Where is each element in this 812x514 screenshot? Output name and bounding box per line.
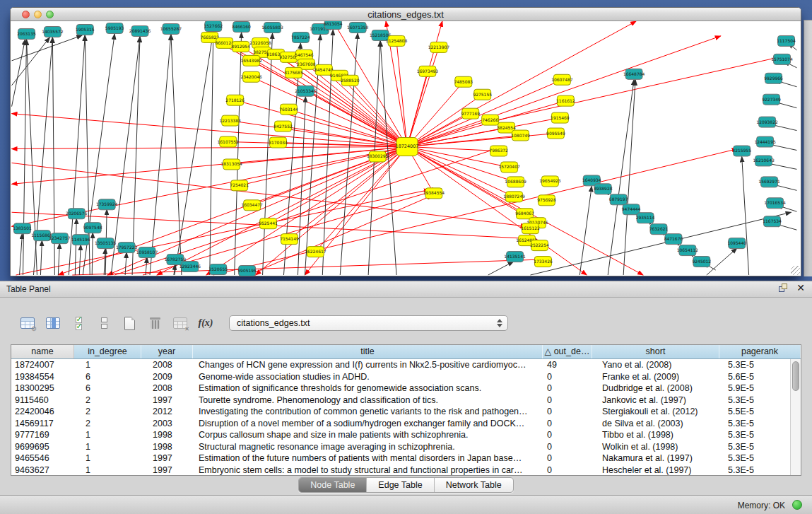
graph-node[interactable]: 746266: [482, 115, 499, 125]
table-settings-icon[interactable]: ⚙: [17, 313, 38, 333]
graph-node[interactable]: 3175685: [284, 67, 303, 78]
graph-node[interactable]: 18807249: [503, 192, 525, 202]
graph-node[interactable]: 16071358: [347, 22, 369, 33]
graph-node[interactable]: 9227349: [762, 94, 781, 105]
window-resize-grip[interactable]: [791, 266, 800, 275]
graph-node[interactable]: 2520655: [208, 264, 228, 275]
function-builder-icon[interactable]: f(x): [195, 313, 216, 333]
column-header-6[interactable]: pagerank: [719, 345, 801, 358]
graph-node[interactable]: 16034477: [241, 200, 263, 211]
graph-node[interactable]: 2588520: [341, 75, 360, 86]
graph-node[interactable]: 8471676: [664, 234, 683, 245]
table-row[interactable]: 2242004622012Investigating the contribut…: [11, 406, 790, 418]
graph-node[interactable]: 12213383: [219, 115, 241, 126]
graph-node[interactable]: 14035572: [42, 26, 64, 37]
graph-node[interactable]: 16973493: [417, 66, 439, 76]
graph-node[interactable]: 1161612: [556, 95, 575, 106]
graph-node[interactable]: 21053346: [295, 86, 317, 96]
graph-node[interactable]: 2718126: [225, 95, 245, 105]
graph-node[interactable]: 7603144: [279, 104, 298, 115]
table-scrollbar[interactable]: [790, 359, 801, 475]
graph-node[interactable]: 23420046: [240, 71, 262, 82]
graph-node[interactable]: 12093822: [756, 117, 778, 127]
graph-node[interactable]: 18724007: [396, 138, 419, 156]
graph-node[interactable]: 16210643: [753, 156, 775, 166]
column-header-3[interactable]: title: [193, 345, 543, 358]
new-column-icon[interactable]: [119, 313, 140, 333]
graph-node[interactable]: 2522254: [530, 240, 549, 251]
graph-node[interactable]: 12923446: [180, 262, 201, 272]
graph-node[interactable]: 1615122: [521, 223, 540, 234]
graph-node[interactable]: 19654923: [539, 176, 561, 187]
graph-node[interactable]: 9095549: [546, 128, 565, 139]
float-panel-icon[interactable]: [779, 284, 788, 293]
column-header-0[interactable]: name: [11, 345, 74, 358]
graph-node[interactable]: 9929966: [764, 73, 783, 83]
graph-node[interactable]: 14135141: [504, 252, 526, 262]
rows-icon[interactable]: [93, 313, 114, 333]
table-row[interactable]: 946362711997Embryonic stem cells: a mode…: [11, 465, 790, 476]
graph-node[interactable]: 10958107: [136, 247, 158, 258]
graph-node[interactable]: 8427552: [273, 121, 293, 132]
graph-node[interactable]: 1383501: [13, 223, 32, 234]
graph-node[interactable]: 1080749: [511, 130, 530, 141]
network-window-titlebar[interactable]: citations_edges.txt: [11, 8, 801, 21]
graph-node[interactable]: 12342757: [49, 233, 71, 244]
graph-node[interactable]: 6879197: [609, 194, 628, 205]
graph-node[interactable]: 10654112: [677, 245, 699, 256]
network-canvas[interactable]: 2063135140355721905315590519320891436106…: [11, 21, 801, 276]
delete-column-icon[interactable]: [144, 313, 165, 333]
column-header-1[interactable]: in_degree: [74, 345, 141, 358]
graph-node[interactable]: 15720407: [498, 162, 520, 173]
graph-node[interactable]: 9097548: [83, 223, 102, 233]
graph-node[interactable]: 17016534: [764, 198, 786, 209]
graph-node[interactable]: 16224617: [305, 247, 326, 257]
graph-node[interactable]: 7632621: [649, 224, 669, 235]
graph-node[interactable]: 8466160: [232, 21, 251, 32]
graph-node[interactable]: 9275155: [473, 89, 492, 100]
table-row[interactable]: 946554611997Estimation of the future num…: [11, 452, 790, 465]
graph-node[interactable]: 12213907: [428, 42, 450, 52]
graph-node[interactable]: 1915469: [551, 112, 570, 123]
graph-node[interactable]: 2935114: [636, 213, 655, 223]
graph-node[interactable]: 7254021: [230, 180, 249, 191]
graph-node[interactable]: 7986372: [489, 146, 508, 156]
table-row[interactable]: 1456911722003Disruption of a novel membe…: [11, 418, 790, 430]
graph-node[interactable]: 5905193: [105, 23, 124, 33]
graph-node[interactable]: 12444195: [754, 136, 776, 147]
graph-node[interactable]: 17359924: [96, 199, 118, 210]
graph-node[interactable]: 1905315: [76, 24, 95, 35]
column-visibility-icon[interactable]: [42, 313, 64, 333]
tab-network-table[interactable]: Network Table: [435, 478, 513, 492]
graph-node[interactable]: 1145196: [71, 235, 90, 245]
graph-node[interactable]: 8912954: [231, 41, 250, 52]
graph-node[interactable]: 1095440: [727, 238, 746, 249]
row-checklist-icon[interactable]: [68, 313, 89, 333]
graph-node[interactable]: 15692971: [758, 177, 780, 187]
table-row[interactable]: 1830029562008Estimation of significance …: [11, 382, 790, 395]
table-row[interactable]: 1938455462009Genome-wide association stu…: [11, 371, 790, 383]
delete-table-icon[interactable]: ✕: [170, 313, 191, 333]
graph-node[interactable]: 19384554: [423, 188, 445, 199]
graph-node[interactable]: 16055803: [261, 22, 283, 33]
table-scrollbar-thumb[interactable]: [792, 361, 799, 391]
graph-node[interactable]: 16107552: [218, 136, 240, 147]
graph-node[interactable]: 1733426: [534, 257, 553, 267]
table-row[interactable]: 1872400712008Changes of HCN gene express…: [11, 359, 790, 371]
graph-node[interactable]: 1167534: [763, 216, 782, 227]
graph-node[interactable]: 7485083: [454, 76, 473, 87]
memory-ok-indicator[interactable]: [792, 500, 802, 510]
graph-node[interactable]: 13505135: [95, 238, 117, 249]
graph-node[interactable]: 5905195: [237, 266, 257, 276]
graph-node[interactable]: 7857224: [291, 32, 310, 42]
table-row[interactable]: 977716911998Corpus callosum shape and si…: [11, 429, 790, 441]
graph-node[interactable]: 16648784: [623, 69, 645, 79]
tab-edge-table[interactable]: Edge Table: [367, 478, 434, 492]
graph-node[interactable]: 7154149: [280, 234, 299, 245]
graph-node[interactable]: 10688609: [505, 177, 526, 187]
column-header-4[interactable]: △ out_de…: [543, 345, 592, 358]
graph-node[interactable]: 18313054: [220, 159, 242, 170]
graph-node[interactable]: 8813054: [324, 21, 343, 29]
graph-node[interactable]: 2063135: [17, 28, 36, 39]
graph-node[interactable]: 11254808: [386, 35, 408, 46]
